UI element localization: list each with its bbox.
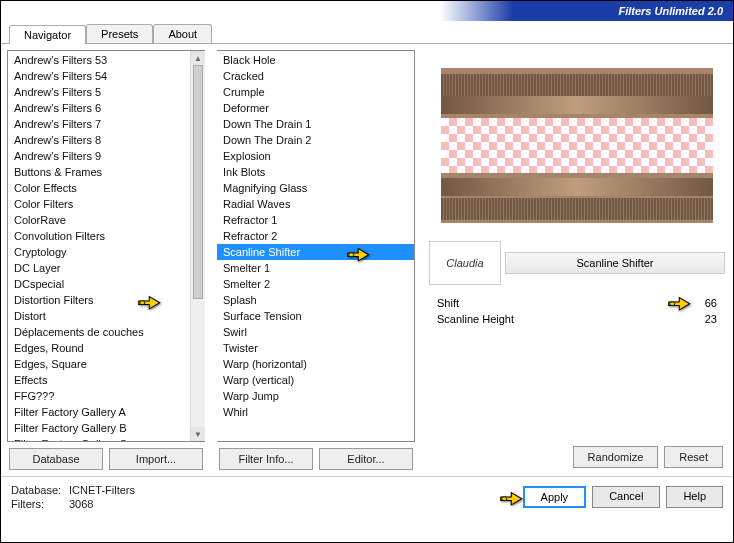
filter-column: Black HoleCrackedCrumpleDeformerDown The… [211, 44, 421, 476]
category-listbox[interactable]: ▲ ▼ Andrew's Filters 53Andrew's Filters … [7, 50, 205, 442]
list-item[interactable]: Whirl [217, 404, 414, 420]
param-label: Scanline Height [437, 313, 547, 325]
filter-listbox[interactable]: Black HoleCrackedCrumpleDeformerDown The… [217, 50, 415, 442]
list-item[interactable]: Convolution Filters [8, 228, 205, 244]
list-item[interactable]: Refractor 1 [217, 212, 414, 228]
title-bar: Filters Unlimited 2.0 [1, 1, 733, 21]
list-item[interactable]: Warp (vertical) [217, 372, 414, 388]
list-item[interactable]: Smelter 2 [217, 276, 414, 292]
list-item[interactable]: Effects [8, 372, 205, 388]
action-button-row: Apply Cancel Help [523, 486, 723, 508]
list-item[interactable]: Andrew's Filters 8 [8, 132, 205, 148]
tab-strip: Navigator Presets About [1, 24, 733, 44]
preview-column: Claudia Scanline Shifter Shift66Scanline… [421, 44, 733, 476]
list-item[interactable]: DC Layer [8, 260, 205, 276]
list-item[interactable]: Ink Blots [217, 164, 414, 180]
list-item[interactable]: Surface Tension [217, 308, 414, 324]
database-value: ICNET-Filters [69, 484, 135, 496]
import-button[interactable]: Import... [109, 448, 203, 470]
filter-button-row: Filter Info... Editor... [217, 448, 415, 470]
parameter-panel: Shift66Scanline Height23 [437, 295, 717, 327]
list-item[interactable]: Andrew's Filters 5 [8, 84, 205, 100]
param-value: 66 [693, 297, 717, 309]
svg-point-3 [501, 497, 506, 501]
list-item[interactable]: FFG??? [8, 388, 205, 404]
preview-decoration [441, 74, 713, 96]
list-item[interactable]: Déplacements de couches [8, 324, 205, 340]
list-item[interactable]: Filter Factory Gallery A [8, 404, 205, 420]
list-item[interactable]: Scanline Shifter [217, 244, 414, 260]
list-item[interactable]: Crumple [217, 84, 414, 100]
list-item[interactable]: ColorRave [8, 212, 205, 228]
list-item[interactable]: Warp Jump [217, 388, 414, 404]
list-item[interactable]: Cracked [217, 68, 414, 84]
list-item[interactable]: Explosion [217, 148, 414, 164]
list-item[interactable]: DCspecial [8, 276, 205, 292]
list-item[interactable]: Radial Waves [217, 196, 414, 212]
list-item[interactable]: Down The Drain 1 [217, 116, 414, 132]
editor-button[interactable]: Editor... [319, 448, 413, 470]
list-item[interactable]: Color Filters [8, 196, 205, 212]
list-item[interactable]: Warp (horizontal) [217, 356, 414, 372]
preview-decoration [441, 198, 713, 220]
status-bar: Database:ICNET-Filters Filters:3068 Appl… [1, 476, 733, 518]
content-area: ▲ ▼ Andrew's Filters 53Andrew's Filters … [1, 44, 733, 476]
current-filter-name: Scanline Shifter [505, 252, 725, 274]
list-item[interactable]: Refractor 2 [217, 228, 414, 244]
category-column: ▲ ▼ Andrew's Filters 53Andrew's Filters … [1, 44, 211, 476]
list-item[interactable]: Deformer [217, 100, 414, 116]
list-item[interactable]: Filter Factory Gallery C [8, 436, 205, 442]
preview-button-row: Randomize Reset [429, 446, 725, 468]
param-slider[interactable] [555, 300, 685, 306]
app-title: Filters Unlimited 2.0 [618, 5, 723, 17]
database-label: Database: [11, 483, 69, 497]
tab-about[interactable]: About [153, 24, 212, 43]
author-logo: Claudia [429, 241, 501, 285]
list-item[interactable]: Cryptology [8, 244, 205, 260]
reset-button[interactable]: Reset [664, 446, 723, 468]
param-slider[interactable] [555, 316, 685, 322]
list-item[interactable]: Distort [8, 308, 205, 324]
apply-button[interactable]: Apply [523, 486, 587, 508]
param-value: 23 [693, 313, 717, 325]
list-item[interactable]: Swirl [217, 324, 414, 340]
randomize-button[interactable]: Randomize [573, 446, 659, 468]
filters-label: Filters: [11, 497, 69, 511]
list-item[interactable]: Andrew's Filters 6 [8, 100, 205, 116]
preview-decoration [441, 96, 713, 114]
svg-point-1 [349, 253, 354, 257]
preview-decoration [441, 178, 713, 196]
list-item[interactable]: Edges, Square [8, 356, 205, 372]
preview-image [441, 68, 713, 223]
svg-point-0 [140, 301, 145, 305]
param-row: Shift66 [437, 295, 717, 311]
tab-navigator[interactable]: Navigator [9, 25, 86, 44]
list-item[interactable]: Filter Factory Gallery B [8, 420, 205, 436]
help-button[interactable]: Help [666, 486, 723, 508]
param-label: Shift [437, 297, 547, 309]
status-text: Database:ICNET-Filters Filters:3068 [11, 483, 135, 512]
list-item[interactable]: Buttons & Frames [8, 164, 205, 180]
database-button[interactable]: Database [9, 448, 103, 470]
cancel-button[interactable]: Cancel [592, 486, 660, 508]
list-item[interactable]: Magnifying Glass [217, 180, 414, 196]
list-item[interactable]: Down The Drain 2 [217, 132, 414, 148]
filter-info-button[interactable]: Filter Info... [219, 448, 313, 470]
list-item[interactable]: Andrew's Filters 53 [8, 52, 205, 68]
list-item[interactable]: Andrew's Filters 54 [8, 68, 205, 84]
filter-title-row: Claudia Scanline Shifter [429, 241, 725, 285]
list-item[interactable]: Andrew's Filters 7 [8, 116, 205, 132]
filters-value: 3068 [69, 498, 93, 510]
list-item[interactable]: Edges, Round [8, 340, 205, 356]
list-item[interactable]: Splash [217, 292, 414, 308]
param-row: Scanline Height23 [437, 311, 717, 327]
preview-decoration [441, 118, 713, 173]
list-item[interactable]: Andrew's Filters 9 [8, 148, 205, 164]
tab-presets[interactable]: Presets [86, 24, 153, 43]
list-item[interactable]: Smelter 1 [217, 260, 414, 276]
category-button-row: Database Import... [7, 448, 205, 470]
list-item[interactable]: Twister [217, 340, 414, 356]
list-item[interactable]: Color Effects [8, 180, 205, 196]
list-item[interactable]: Distortion Filters [8, 292, 205, 308]
list-item[interactable]: Black Hole [217, 52, 414, 68]
